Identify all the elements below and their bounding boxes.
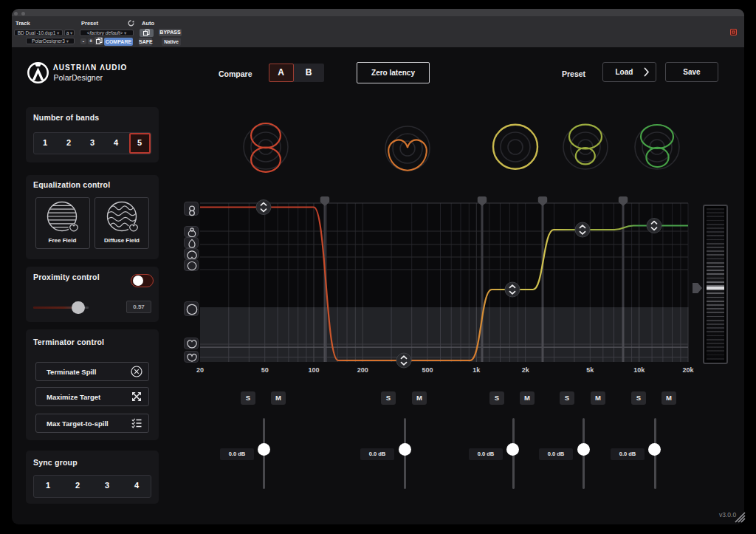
svg-text:2k: 2k bbox=[522, 366, 530, 374]
svg-text:500: 500 bbox=[422, 366, 433, 374]
svg-text:10k: 10k bbox=[633, 366, 645, 374]
svg-text:100: 100 bbox=[308, 366, 319, 374]
svg-text:50: 50 bbox=[261, 366, 269, 374]
svg-text:200: 200 bbox=[357, 366, 368, 374]
svg-text:5k: 5k bbox=[586, 366, 594, 374]
svg-text:1k: 1k bbox=[472, 366, 481, 374]
svg-text:20k: 20k bbox=[682, 366, 694, 374]
svg-text:20: 20 bbox=[196, 366, 204, 374]
